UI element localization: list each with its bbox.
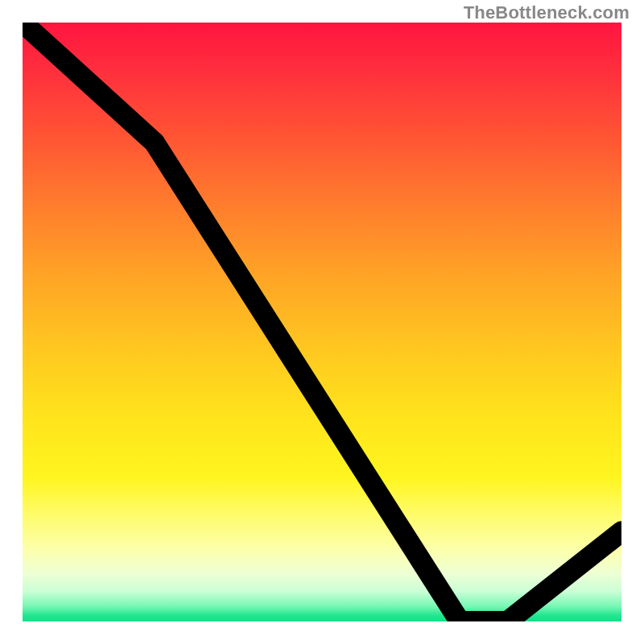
bottleneck-curve-path (23, 23, 621, 621)
chart-container: TheBottleneck.com (0, 0, 644, 644)
bottleneck-curve (23, 23, 621, 621)
plot-area (23, 23, 621, 621)
attribution-label: TheBottleneck.com (464, 2, 630, 23)
